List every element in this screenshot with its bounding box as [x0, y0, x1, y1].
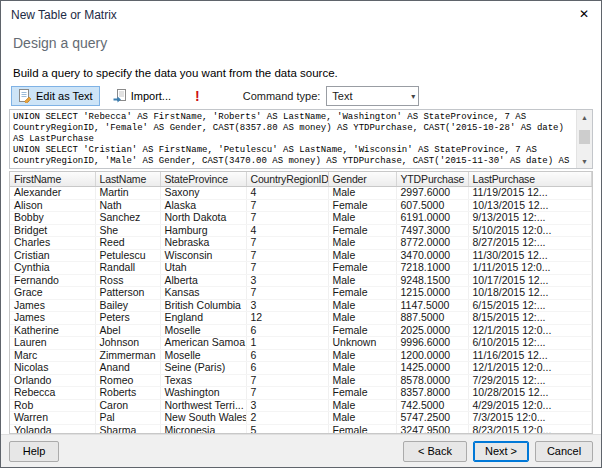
cell: Bailey — [95, 299, 160, 312]
table-row[interactable]: CristianPetulescuWisconsin7Male3470.0000… — [10, 249, 592, 262]
table-row[interactable]: BobbySanchezNorth Dakota7Male6191.00009/… — [10, 212, 592, 225]
cell: 7 — [246, 237, 328, 250]
cell: Male — [328, 274, 396, 287]
table-row[interactable]: CynthiaRandallUtah7Female7218.10001/11/2… — [10, 262, 592, 275]
scroll-up-icon[interactable]: ▲ — [577, 110, 592, 124]
table-row[interactable]: CharlesReedNebraska7Male8772.00008/27/20… — [10, 237, 592, 250]
cell: Male — [328, 299, 396, 312]
column-header[interactable]: CountryRegionID — [246, 172, 328, 187]
back-button[interactable]: < Back — [403, 441, 467, 462]
column-header[interactable]: StateProvince — [160, 172, 246, 187]
cell: Nicolas — [10, 362, 95, 375]
table-row[interactable]: RobCaronNorthwest Terri...3Male742.50004… — [10, 399, 592, 412]
table-row[interactable]: BridgetSheHamburg4Female7497.30005/10/20… — [10, 224, 592, 237]
cell: 2 — [246, 412, 328, 425]
column-header[interactable]: LastName — [95, 172, 160, 187]
cell: 4/29/2015 12:0... — [468, 399, 592, 412]
table-row[interactable]: RebeccaRobertsWashington7Female8357.8000… — [10, 387, 592, 400]
cell: Katherine — [10, 324, 95, 337]
cell: Bridget — [10, 224, 95, 237]
cell: 9/13/2015 12:... — [468, 212, 592, 225]
cell: Patterson — [95, 287, 160, 300]
cell: Abel — [95, 324, 160, 337]
cell: Romeo — [95, 374, 160, 387]
query-text[interactable]: UNION SELECT 'Rebecca' AS FirstName, 'Ro… — [10, 110, 576, 168]
import-label: Import... — [131, 90, 171, 102]
column-header[interactable]: FirstName — [10, 172, 95, 187]
cell: Male — [328, 249, 396, 262]
cell: 1200.0000 — [396, 349, 468, 362]
cancel-button[interactable]: Cancel — [535, 441, 593, 462]
cell: Female — [328, 262, 396, 275]
cell: 607.5000 — [396, 199, 468, 212]
table-row[interactable]: LaurenJohnsonAmerican Samoa1Unknown9996.… — [10, 337, 592, 350]
cell: Charles — [10, 237, 95, 250]
cell: 11/19/2015 12... — [468, 187, 592, 200]
table-row[interactable]: OrlandoRomeoTexas7Male8578.00007/29/2015… — [10, 374, 592, 387]
cell: Male — [328, 412, 396, 425]
cell: 12/1/2015 12:0... — [468, 324, 592, 337]
cell: 9248.1500 — [396, 274, 468, 287]
table-row[interactable]: JamesPetersEngland12Male887.50008/15/201… — [10, 312, 592, 325]
table-row[interactable]: GracePattersonKansas7Female1215.000010/1… — [10, 287, 592, 300]
import-button[interactable]: Import... — [106, 86, 178, 106]
cell: Female — [328, 199, 396, 212]
cell: Bobby — [10, 212, 95, 225]
table-row[interactable]: JamesBaileyBritish Columbia3Male1147.500… — [10, 299, 592, 312]
cell: England — [160, 312, 246, 325]
query-designer: Edit as Text Import... ! Command type: — [1, 85, 601, 434]
cell: 6 — [246, 324, 328, 337]
next-button[interactable]: Next > — [473, 441, 529, 462]
query-results-panel: FirstNameLastNameStateProvinceCountryReg… — [9, 171, 593, 434]
command-type-label: Command type: — [243, 90, 321, 102]
query-scrollbar[interactable]: ▲ ▼ — [576, 110, 592, 168]
table-row[interactable]: YolandaSharmaMicronesia5Female3247.95008… — [10, 424, 592, 434]
cell: Hamburg — [160, 224, 246, 237]
cell: Sharma — [95, 424, 160, 434]
cell: 8/27/2015 12:... — [468, 237, 592, 250]
column-header[interactable]: YTDPurchase — [396, 172, 468, 187]
page-subtitle: Build a query to specify the data you wa… — [13, 67, 589, 79]
command-type-select[interactable]: Text ▾ — [326, 86, 419, 106]
table-row[interactable]: WarrenPalNew South Wales2Male5747.25007/… — [10, 412, 592, 425]
table-row[interactable]: KatherineAbelMoselle6Female2025.000012/1… — [10, 324, 592, 337]
close-icon[interactable]: ✕ — [575, 8, 593, 20]
cell: Yolanda — [10, 424, 95, 434]
scrollbar-thumb[interactable] — [579, 130, 590, 144]
cell: Male — [328, 187, 396, 200]
cell: 7 — [246, 287, 328, 300]
edit-as-text-toggle[interactable]: Edit as Text — [11, 86, 100, 106]
cell: Unknown — [328, 337, 396, 350]
scroll-down-icon[interactable]: ▼ — [577, 154, 592, 168]
cell: 3247.9500 — [396, 424, 468, 434]
table-row[interactable]: MarcZimmermanMoselle6Male1200.000011/16/… — [10, 349, 592, 362]
wizard-footer: Help < Back Next > Cancel — [1, 434, 601, 467]
cell: Zimmerman — [95, 349, 160, 362]
table-row[interactable]: AlexanderMartinSaxony4Male2997.600011/19… — [10, 187, 592, 200]
run-query-icon[interactable]: ! — [192, 89, 203, 103]
cell: North Dakota — [160, 212, 246, 225]
edit-as-text-icon — [18, 89, 32, 103]
grid-body: AlexanderMartinSaxony4Male2997.600011/19… — [10, 187, 592, 435]
cell: Seine (Paris) — [160, 362, 246, 375]
cell: Micronesia — [160, 424, 246, 434]
cell: Saxony — [160, 187, 246, 200]
cell: Alaska — [160, 199, 246, 212]
cell: Fernando — [10, 274, 95, 287]
cell: 7 — [246, 374, 328, 387]
cell: 10/18/2015 12... — [468, 287, 592, 300]
column-header[interactable]: LastPurchase — [468, 172, 592, 187]
cell: Alexander — [10, 187, 95, 200]
cell: 7 — [246, 249, 328, 262]
cell: Cristian — [10, 249, 95, 262]
table-row[interactable]: NicolasAnandSeine (Paris)6Male1425.00001… — [10, 362, 592, 375]
column-header[interactable]: Gender — [328, 172, 396, 187]
table-row[interactable]: AlisonNathAlaska7Female607.500010/13/201… — [10, 199, 592, 212]
table-row[interactable]: FernandoRossAlberta3Male9248.150010/17/2… — [10, 274, 592, 287]
query-toolbar: Edit as Text Import... ! Command type: — [9, 85, 593, 107]
cell: 4 — [246, 224, 328, 237]
cell: 7/3/2015 12:0... — [468, 412, 592, 425]
help-button[interactable]: Help — [9, 441, 59, 462]
cell: 4 — [246, 187, 328, 200]
cell: Rob — [10, 399, 95, 412]
